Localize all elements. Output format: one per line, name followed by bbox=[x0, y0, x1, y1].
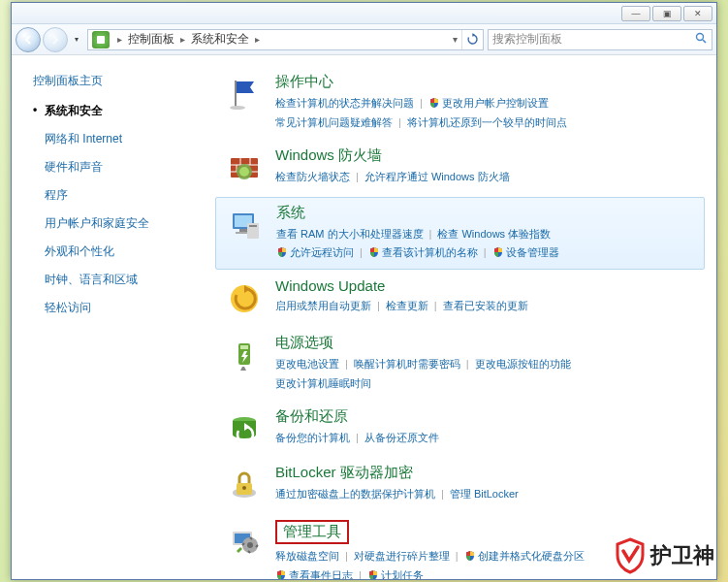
nav-history-dropdown[interactable]: ▾ bbox=[70, 30, 83, 49]
category: 备份和还原备份您的计算机|从备份还原文件 bbox=[215, 402, 705, 456]
watermark: 护卫神 bbox=[614, 537, 714, 574]
category-link[interactable]: 查看该计算机的名称 bbox=[382, 246, 478, 258]
refresh-button[interactable] bbox=[461, 30, 483, 49]
category-link[interactable]: 释放磁盘空间 bbox=[275, 550, 339, 562]
navbar: ▾ ▸ 控制面板 ▸ 系统和安全 ▸ ▾ 搜索控制面板 bbox=[12, 24, 716, 55]
explorer-window: — ▣ ✕ ▾ ▸ 控制面板 ▸ 系统和安全 ▸ ▾ 搜索控制面板 bbox=[11, 2, 717, 580]
category-title[interactable]: 备份和还原 bbox=[275, 407, 697, 426]
category-link[interactable]: 常见计算机问题疑难解答 bbox=[275, 116, 393, 128]
category-link[interactable]: 设备管理器 bbox=[506, 246, 559, 258]
category-links: 检查防火墙状态|允许程序通过 Windows 防火墙 bbox=[275, 168, 697, 187]
category-links: 启用或禁用自动更新|检查更新|查看已安装的更新 bbox=[275, 297, 697, 316]
svg-rect-18 bbox=[249, 225, 257, 227]
category: 系统查看 RAM 的大小和处理器速度|检查 Windows 体验指数允许远程访问… bbox=[215, 197, 705, 271]
uac-shield-icon bbox=[368, 245, 380, 257]
update-icon bbox=[223, 277, 266, 320]
category: Windows Update启用或禁用自动更新|检查更新|查看已安装的更新 bbox=[215, 272, 705, 326]
category-link[interactable]: 更改用户帐户控制设置 bbox=[442, 97, 549, 109]
category-link[interactable]: 更改电池设置 bbox=[275, 358, 339, 370]
power-icon bbox=[223, 334, 266, 376]
sidebar-item[interactable]: 系统和安全 bbox=[33, 103, 215, 119]
sidebar-item[interactable]: 程序 bbox=[33, 187, 215, 204]
category-title[interactable]: 电源选项 bbox=[275, 334, 697, 352]
svg-rect-15 bbox=[239, 229, 247, 232]
category-title[interactable]: 系统 bbox=[276, 204, 696, 222]
uac-shield-icon bbox=[464, 549, 476, 561]
category-link[interactable]: 查看 RAM 的大小和处理器速度 bbox=[276, 228, 424, 240]
sidebar-item[interactable]: 硬件和声音 bbox=[33, 159, 215, 176]
chevron-right-icon: ▸ bbox=[113, 34, 126, 45]
search-icon[interactable] bbox=[695, 32, 708, 48]
category-link[interactable]: 检查计算机的状态并解决问题 bbox=[275, 97, 414, 109]
maximize-button[interactable]: ▣ bbox=[652, 6, 681, 21]
svg-point-29 bbox=[247, 542, 253, 548]
category-links: 查看 RAM 的大小和处理器速度|检查 Windows 体验指数允许远程访问|查… bbox=[276, 225, 696, 264]
category-link[interactable]: 将计算机还原到一个较早的时间点 bbox=[407, 116, 567, 128]
category-link[interactable]: 通过加密磁盘上的数据保护计算机 bbox=[275, 488, 435, 500]
category-link[interactable]: 创建并格式化硬盘分区 bbox=[478, 550, 585, 562]
svg-point-0 bbox=[697, 33, 704, 40]
category-links: 备份您的计算机|从备份还原文件 bbox=[275, 429, 697, 448]
category-links: 更改电池设置|唤醒计算机时需要密码|更改电源按钮的功能更改计算机睡眠时间 bbox=[275, 355, 697, 394]
category: Windows 防火墙检查防火墙状态|允许程序通过 Windows 防火墙 bbox=[215, 141, 705, 195]
category-link[interactable]: 更改电源按钮的功能 bbox=[475, 358, 571, 370]
svg-point-12 bbox=[239, 167, 249, 177]
back-button[interactable] bbox=[16, 27, 41, 52]
flag-icon bbox=[223, 73, 266, 115]
minimize-button[interactable]: — bbox=[621, 6, 650, 21]
category-title[interactable]: Windows 防火墙 bbox=[275, 146, 697, 165]
main-panel: 操作中心检查计算机的状态并解决问题|更改用户帐户控制设置常见计算机问题疑难解答|… bbox=[215, 55, 716, 579]
svg-point-25 bbox=[242, 486, 246, 490]
watermark-text: 护卫神 bbox=[650, 541, 714, 570]
category-link[interactable]: 对硬盘进行碎片整理 bbox=[354, 550, 450, 562]
category-link[interactable]: 备份您的计算机 bbox=[275, 432, 350, 443]
sidebar-item[interactable]: 网络和 Internet bbox=[33, 131, 215, 147]
chevron-down-icon[interactable]: ▾ bbox=[449, 34, 461, 45]
breadcrumb[interactable]: ▸ 控制面板 ▸ 系统和安全 ▸ ▾ bbox=[87, 29, 484, 50]
content: 控制面板主页 系统和安全网络和 Internet硬件和声音程序用户帐户和家庭安全… bbox=[12, 55, 716, 579]
category-link[interactable]: 检查 Windows 体验指数 bbox=[437, 228, 551, 240]
category-link[interactable]: 查看事件日志 bbox=[289, 569, 353, 579]
search-input[interactable]: 搜索控制面板 bbox=[488, 29, 712, 50]
category-link[interactable]: 计划任务 bbox=[381, 569, 424, 579]
category: 操作中心检查计算机的状态并解决问题|更改用户帐户控制设置常见计算机问题疑难解答|… bbox=[215, 67, 705, 139]
uac-shield-icon bbox=[492, 245, 504, 257]
category-link[interactable]: 从备份还原文件 bbox=[364, 432, 439, 443]
category-link[interactable]: 检查防火墙状态 bbox=[275, 171, 350, 182]
category: 电源选项更改电池设置|唤醒计算机时需要密码|更改电源按钮的功能更改计算机睡眠时间 bbox=[215, 328, 705, 400]
sidebar-item[interactable]: 时钟、语言和区域 bbox=[33, 272, 215, 288]
sidebar: 控制面板主页 系统和安全网络和 Internet硬件和声音程序用户帐户和家庭安全… bbox=[12, 55, 215, 579]
uac-shield-icon bbox=[428, 96, 440, 108]
category-title[interactable]: Windows Update bbox=[275, 277, 697, 294]
sidebar-item[interactable]: 外观和个性化 bbox=[33, 243, 215, 260]
category-links: 检查计算机的状态并解决问题|更改用户帐户控制设置常见计算机问题疑难解答|将计算机… bbox=[275, 94, 697, 133]
svg-rect-2 bbox=[235, 81, 237, 108]
backup-icon bbox=[223, 407, 266, 450]
category-link[interactable]: 允许远程访问 bbox=[290, 246, 354, 258]
shield-icon bbox=[614, 537, 647, 574]
category-link[interactable]: 启用或禁用自动更新 bbox=[275, 300, 371, 311]
category-link[interactable]: 管理 BitLocker bbox=[450, 488, 519, 500]
sidebar-item[interactable]: 轻松访问 bbox=[33, 300, 215, 316]
titlebar: — ▣ ✕ bbox=[12, 3, 716, 24]
category-title[interactable]: BitLocker 驱动器加密 bbox=[275, 464, 697, 482]
breadcrumb-item[interactable]: 控制面板 bbox=[126, 31, 176, 48]
svg-point-3 bbox=[230, 106, 245, 110]
breadcrumb-item[interactable]: 系统和安全 bbox=[189, 31, 251, 48]
category-title[interactable]: 操作中心 bbox=[275, 73, 697, 91]
sidebar-home-link[interactable]: 控制面板主页 bbox=[33, 73, 215, 89]
category-link[interactable]: 检查更新 bbox=[386, 300, 428, 311]
category-link[interactable]: 唤醒计算机时需要密码 bbox=[354, 358, 460, 370]
svg-rect-21 bbox=[240, 345, 248, 349]
uac-shield-icon bbox=[276, 245, 288, 257]
category-link[interactable]: 允许程序通过 Windows 防火墙 bbox=[364, 171, 510, 182]
category-title[interactable]: 管理工具 bbox=[275, 520, 349, 544]
firewall-icon bbox=[223, 146, 266, 189]
category: BitLocker 驱动器加密通过加密磁盘上的数据保护计算机|管理 BitLoc… bbox=[215, 458, 705, 512]
category-link[interactable]: 查看已安装的更新 bbox=[443, 300, 528, 311]
forward-button[interactable] bbox=[43, 27, 68, 52]
close-button[interactable]: ✕ bbox=[683, 6, 712, 21]
category-link[interactable]: 更改计算机睡眠时间 bbox=[275, 377, 371, 389]
chevron-right-icon: ▸ bbox=[251, 34, 264, 45]
sidebar-item[interactable]: 用户帐户和家庭安全 bbox=[33, 215, 215, 232]
